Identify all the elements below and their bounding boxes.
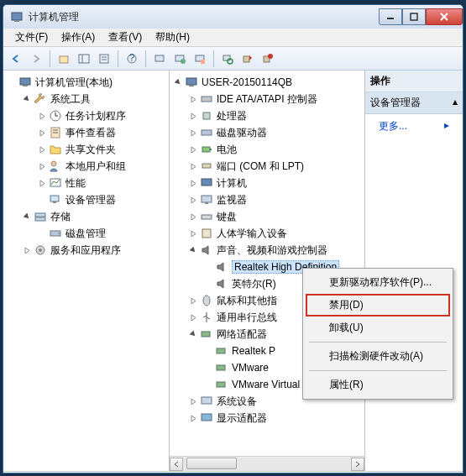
storage-row[interactable]: 存储 [20, 208, 167, 225]
keyboard-row[interactable]: 键盘 [186, 208, 363, 225]
show-hide-tree-button[interactable] [75, 50, 93, 68]
horizontal-scrollbar[interactable] [170, 456, 364, 471]
update-driver-button[interactable] [238, 50, 257, 68]
sound-row[interactable]: 声音、视频和游戏控制器 [186, 242, 363, 259]
ctx-properties[interactable]: 属性(R) [306, 374, 450, 396]
expand-icon[interactable] [188, 413, 198, 423]
cpu-row[interactable]: 处理器 [186, 107, 363, 124]
svg-rect-53 [202, 215, 212, 219]
ports-row[interactable]: 端口 (COM 和 LPT) [186, 158, 363, 175]
svg-rect-43 [189, 85, 194, 86]
hid-row[interactable]: 人体学输入设备 [186, 225, 363, 242]
ctx-disable[interactable]: 禁用(D) [306, 294, 450, 316]
display-row[interactable]: 显示适配器 [186, 410, 363, 426]
expand-icon[interactable] [188, 178, 198, 188]
view-resources-button[interactable] [170, 50, 189, 68]
expand-icon[interactable] [188, 396, 198, 406]
performance-icon [49, 176, 62, 190]
expand-icon[interactable] [188, 296, 198, 306]
expand-icon[interactable] [188, 144, 198, 154]
svg-rect-36 [35, 213, 45, 217]
expand-icon[interactable] [37, 111, 47, 121]
users-icon [49, 160, 62, 173]
expand-icon[interactable] [37, 144, 47, 154]
sound-icon [200, 243, 213, 257]
ctx-scan-hardware[interactable]: 扫描检测硬件改动(A) [306, 345, 450, 368]
ctx-update-driver[interactable]: 更新驱动程序软件(P)... [306, 271, 450, 294]
close-button[interactable] [426, 8, 463, 25]
monitor-icon [200, 193, 213, 207]
svg-rect-45 [203, 112, 210, 119]
ide-row[interactable]: IDE ATA/ATAPI 控制器 [186, 91, 363, 107]
more-actions-link[interactable]: 更多... ▸ [365, 114, 463, 139]
collapse-icon[interactable] [188, 245, 198, 255]
event-viewer-row[interactable]: 事件查看器 [35, 124, 167, 141]
expand-icon[interactable] [37, 178, 47, 188]
display-icon [200, 411, 213, 425]
scroll-right-button[interactable] [351, 458, 364, 471]
scan-hardware-button[interactable] [218, 50, 237, 68]
local-users-row[interactable]: 本地用户和组 [35, 158, 167, 175]
show-hidden-button[interactable] [191, 50, 209, 68]
device-root-row[interactable]: USER-20150114QB [171, 74, 363, 91]
tree-label: 磁盘驱动器 [217, 126, 267, 140]
up-button[interactable] [55, 50, 73, 68]
shared-folders-row[interactable]: 共享文件夹 [35, 141, 167, 158]
collapse-icon[interactable] [22, 212, 32, 222]
expand-icon[interactable] [188, 111, 198, 121]
menu-view[interactable]: 查看(V) [102, 29, 149, 46]
services-row[interactable]: 服务和应用程序 [20, 242, 167, 259]
collapse-icon[interactable] [22, 94, 32, 104]
disk-mgmt-row[interactable]: 磁盘管理 [35, 225, 167, 242]
system-tools-row[interactable]: 系统工具 [20, 91, 167, 107]
disk-drive-row[interactable]: 磁盘驱动器 [186, 124, 363, 141]
expand-icon[interactable] [188, 228, 198, 238]
help-button[interactable]: ? [123, 50, 141, 68]
svg-rect-49 [202, 164, 211, 168]
expand-icon[interactable] [188, 312, 198, 322]
maximize-button[interactable] [402, 8, 426, 25]
usb-icon [200, 311, 213, 324]
scroll-track[interactable] [183, 458, 351, 471]
chevron-right-icon: ▸ [444, 119, 449, 131]
expand-icon[interactable] [37, 161, 47, 171]
monitor-row[interactable]: 监视器 [186, 191, 363, 208]
tree-label: 显示适配器 [217, 411, 267, 426]
menu-action[interactable]: 操作(A) [55, 29, 102, 46]
menubar: 文件(F) 操作(A) 查看(V) 帮助(H) [3, 29, 463, 47]
collapse-icon[interactable] [173, 77, 183, 87]
back-button[interactable] [7, 50, 25, 68]
ctx-uninstall[interactable]: 卸载(U) [306, 316, 450, 339]
menu-file[interactable]: 文件(F) [8, 29, 55, 46]
menu-help[interactable]: 帮助(H) [149, 29, 196, 46]
uninstall-button[interactable] [259, 50, 277, 68]
performance-row[interactable]: 性能 [35, 175, 167, 191]
collapse-icon[interactable] [188, 329, 198, 339]
svg-rect-6 [60, 56, 68, 63]
expand-icon[interactable] [188, 94, 198, 104]
nic-icon [215, 378, 228, 391]
expand-icon[interactable] [188, 212, 198, 222]
context-menu: 更新驱动程序软件(P)... 禁用(D) 卸载(U) 扫描检测硬件改动(A) 属… [302, 268, 453, 400]
actions-subheader[interactable]: 设备管理器 ▴ [365, 92, 463, 114]
expand-icon[interactable] [37, 128, 47, 138]
expand-icon[interactable] [22, 245, 32, 255]
battery-row[interactable]: 电池 [186, 141, 363, 158]
tree-root-row[interactable]: 计算机管理(本地) [5, 74, 167, 91]
expand-icon[interactable] [188, 161, 198, 171]
forward-button[interactable] [27, 50, 45, 68]
device-manager-row[interactable]: 设备管理器 [35, 191, 167, 208]
minimize-button[interactable] [379, 8, 402, 25]
view-devices-button[interactable] [150, 50, 169, 68]
chevron-up-icon: ▴ [453, 96, 458, 110]
tree-label: 键盘 [217, 210, 237, 224]
titlebar[interactable]: 计算机管理 [3, 5, 463, 29]
properties-button[interactable] [95, 50, 113, 68]
cpu-icon [200, 109, 213, 123]
expand-icon[interactable] [188, 128, 198, 138]
expand-icon[interactable] [188, 195, 198, 205]
scroll-left-button[interactable] [170, 458, 183, 471]
task-scheduler-row[interactable]: 任务计划程序 [35, 107, 167, 124]
scroll-thumb[interactable] [186, 458, 237, 469]
computer-cat-row[interactable]: 计算机 [186, 175, 363, 191]
